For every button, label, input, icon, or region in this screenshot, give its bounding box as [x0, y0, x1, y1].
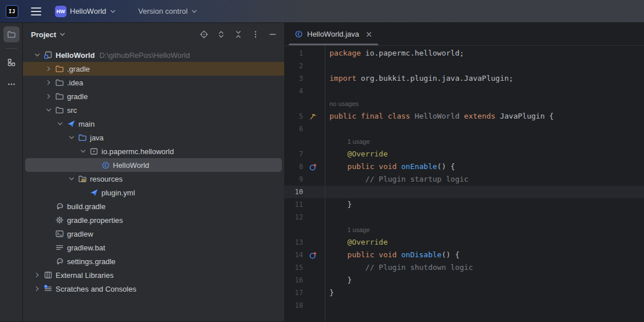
- folder-icon: [54, 91, 65, 101]
- tree-item--idea[interactable]: .idea: [23, 76, 284, 89]
- override-icon[interactable]: [303, 251, 323, 260]
- chevron-down-icon[interactable]: [78, 146, 88, 156]
- gradle-icon: [54, 256, 65, 266]
- tree-item-helloworld[interactable]: HelloWorldD:\githubRePos\HelloWorld: [23, 48, 284, 62]
- chevron-right-icon[interactable]: [44, 91, 54, 101]
- locate-icon[interactable]: [197, 28, 211, 41]
- code-text[interactable]: }: [325, 274, 352, 286]
- tree-item-settings-gradle[interactable]: settings.gradle: [23, 254, 284, 268]
- code-text[interactable]: // Plugin shutdown logic: [325, 261, 473, 274]
- hide-icon[interactable]: [266, 28, 280, 41]
- tree-item-gradlew-bat[interactable]: gradlew.bat: [23, 241, 284, 254]
- code-text[interactable]: [325, 299, 329, 312]
- tree-item-scratches-and-consoles[interactable]: Scratches and Consoles: [23, 282, 284, 296]
- project-name: HelloWorld: [70, 7, 106, 15]
- code-text[interactable]: import org.bukkit.plugin.java.JavaPlugin…: [325, 72, 513, 85]
- code-text[interactable]: [325, 85, 329, 97]
- code-text[interactable]: package io.papermc.helloworld;: [325, 47, 464, 60]
- chevron-down-icon[interactable]: [59, 31, 66, 38]
- inlay-hint-row[interactable]: 1 usage: [284, 223, 644, 236]
- tree-item-main[interactable]: main: [23, 117, 284, 131]
- tree-item-src[interactable]: src: [23, 103, 284, 117]
- collapse-all-icon[interactable]: [231, 28, 245, 41]
- tree-item-java[interactable]: java: [23, 131, 284, 144]
- code-line-11[interactable]: 11 }: [284, 198, 644, 211]
- tree-item-gradle[interactable]: gradle: [23, 89, 284, 103]
- code-text[interactable]: public final class HelloWorld extends Ja…: [325, 110, 553, 123]
- usage-inlay-hint[interactable]: 1 usage: [325, 223, 370, 236]
- usage-inlay-hint[interactable]: 1 usage: [325, 135, 370, 148]
- code-line-16[interactable]: 16 }: [284, 274, 644, 286]
- code-text[interactable]: @Override: [325, 148, 388, 160]
- code-text[interactable]: [325, 211, 329, 223]
- code-line-14[interactable]: 14 public void onDisable() {: [284, 249, 644, 261]
- chevron-down-icon: [191, 8, 198, 15]
- tool-button-structure[interactable]: [3, 54, 19, 70]
- tree-item-io-papermc-helloworld[interactable]: io.papermc.helloworld: [23, 144, 284, 158]
- code-line-8[interactable]: 8 public void onEnable() {: [284, 160, 644, 173]
- tree-item-plugin-yml[interactable]: plugin.yml: [23, 186, 284, 199]
- code-line-2[interactable]: 2: [284, 60, 644, 72]
- code-text[interactable]: }: [325, 198, 352, 211]
- chevron-right-icon[interactable]: [32, 270, 42, 280]
- tree-item-build-gradle[interactable]: build.gradle: [23, 199, 284, 213]
- code-text[interactable]: // Plugin startup logic: [325, 173, 469, 186]
- code-text[interactable]: [325, 60, 329, 72]
- code-text[interactable]: public void onEnable() {: [325, 160, 455, 173]
- code-text[interactable]: [325, 123, 329, 135]
- chevron-right-icon[interactable]: [44, 77, 54, 88]
- more-vertical-icon[interactable]: [249, 28, 262, 41]
- line-number: 2: [284, 60, 303, 72]
- plugin-marker-icon[interactable]: [303, 112, 323, 120]
- code-text[interactable]: [325, 186, 329, 198]
- code-line-18[interactable]: 18: [284, 299, 644, 312]
- code-line-5[interactable]: 5public final class HelloWorld extends J…: [284, 110, 644, 123]
- tree-item--gradle[interactable]: .gradle: [23, 62, 284, 76]
- chevron-right-icon[interactable]: [32, 284, 42, 294]
- tool-button-project[interactable]: [3, 26, 19, 42]
- expand-all-icon[interactable]: [214, 28, 228, 41]
- vcs-widget[interactable]: Version control: [133, 5, 202, 18]
- folder-resources-icon: [77, 174, 88, 184]
- project-panel-title[interactable]: Project: [31, 30, 56, 39]
- code-line-7[interactable]: 7 @Override: [284, 148, 644, 160]
- code-line-9[interactable]: 9 // Plugin startup logic: [284, 173, 644, 186]
- code-line-13[interactable]: 13 @Override: [284, 236, 644, 249]
- tool-button-more-tools[interactable]: [3, 76, 19, 92]
- tree-item-helloworld[interactable]: CHelloWorld: [23, 158, 284, 172]
- tree-item-external-libraries[interactable]: External Libraries: [23, 268, 284, 282]
- folder-icon: [54, 77, 65, 88]
- code-line-15[interactable]: 15 // Plugin shutdown logic: [284, 261, 644, 274]
- close-icon[interactable]: [366, 31, 372, 38]
- code-line-10[interactable]: 10: [284, 186, 644, 198]
- code-line-12[interactable]: 12: [284, 211, 644, 223]
- tree-item-gradlew[interactable]: gradlew: [23, 227, 284, 241]
- code-line-6[interactable]: 6: [284, 123, 644, 135]
- project-widget[interactable]: HW HelloWorld: [50, 3, 121, 19]
- code-text[interactable]: public void onDisable() {: [325, 249, 460, 261]
- chevron-right-icon[interactable]: [44, 64, 54, 74]
- code-line-4[interactable]: 4: [284, 85, 644, 97]
- main-menu-button[interactable]: [26, 3, 46, 19]
- tab-helloworld-java[interactable]: C HelloWorld.java: [289, 23, 378, 45]
- project-panel-header: Project: [23, 23, 284, 46]
- chevron-down-icon[interactable]: [44, 105, 54, 115]
- code-line-17[interactable]: 17}: [284, 286, 644, 299]
- code-text[interactable]: }: [325, 286, 334, 299]
- chevron-down-icon[interactable]: [66, 132, 77, 143]
- tree-item-resources[interactable]: resources: [23, 172, 284, 186]
- inlay-hint-row[interactable]: no usages: [284, 97, 644, 110]
- code-line-3[interactable]: 3import org.bukkit.plugin.java.JavaPlugi…: [284, 72, 644, 85]
- tree-item-label: .idea: [67, 78, 83, 87]
- code-editor[interactable]: 1package io.papermc.helloworld;23import …: [284, 46, 644, 321]
- override-icon[interactable]: [303, 163, 323, 171]
- usage-inlay-hint[interactable]: no usages: [325, 97, 359, 110]
- chevron-down-icon[interactable]: [66, 174, 77, 184]
- tree-item-gradle-properties[interactable]: gradle.properties: [23, 213, 284, 227]
- chevron-down-icon[interactable]: [32, 50, 42, 60]
- inlay-hint-row[interactable]: 1 usage: [284, 135, 644, 148]
- code-text[interactable]: @Override: [325, 236, 388, 249]
- code-line-1[interactable]: 1package io.papermc.helloworld;: [284, 47, 644, 60]
- text-file-icon: [54, 242, 65, 253]
- chevron-down-icon[interactable]: [55, 119, 65, 129]
